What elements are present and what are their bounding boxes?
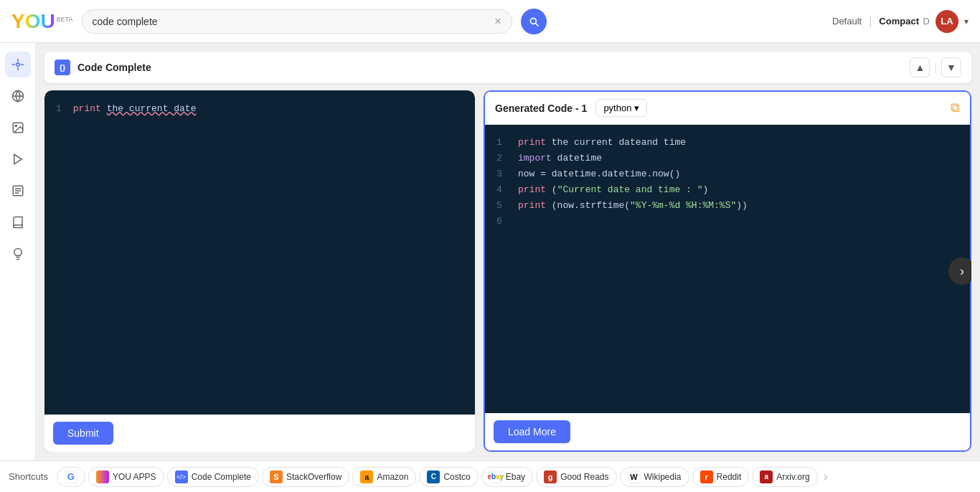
code-line-2: 2 import datetime — [496, 151, 958, 166]
code-line-6: 6 — [496, 214, 958, 230]
shortcut-reddit[interactable]: r Reddit — [692, 467, 750, 487]
panel-title: Generated Code - 1 — [495, 103, 587, 114]
sidebar-item-ideas[interactable] — [5, 241, 31, 267]
svg-point-3 — [15, 125, 17, 126]
sidebar-item-web[interactable] — [5, 83, 31, 109]
header-right: Default | Compact D LA ▾ — [832, 10, 969, 33]
shortcut-wikipedia[interactable]: W Wikipedia — [620, 467, 689, 487]
shortcuts-label: Shortcuts — [9, 471, 48, 482]
sidebar — [0, 43, 36, 460]
stackoverflow-icon: S — [270, 470, 283, 483]
code-output: 1 print the current dateand time 2 impor… — [485, 125, 970, 413]
sidebar-item-home[interactable] — [5, 52, 31, 77]
header-divider: | — [869, 15, 872, 28]
logo-you-text: YOU — [11, 11, 55, 32]
search-icon — [528, 16, 540, 27]
language-select[interactable]: python ▾ — [595, 99, 647, 117]
next-button[interactable]: › — [948, 257, 971, 285]
search-clear-button[interactable]: × — [494, 16, 501, 27]
left-panel: 1 print the current date Submit — [44, 90, 475, 452]
tab-icon: {} — [55, 60, 70, 75]
code-input-content: print the current date — [73, 102, 197, 403]
you-apps-icon — [96, 470, 109, 483]
tab-bar: {} Code Complete ▲ | ▼ — [44, 52, 971, 83]
reddit-icon: r — [700, 470, 713, 483]
shortcuts-bar: Shortcuts G YOU APPS </> Code Complete S… — [0, 460, 980, 492]
avatar-dropdown-icon[interactable]: ▾ — [964, 16, 969, 27]
shortcuts-more-icon[interactable]: › — [824, 469, 828, 484]
amazon-label: Amazon — [377, 472, 408, 482]
sidebar-item-images[interactable] — [5, 115, 31, 141]
copy-icon[interactable]: ⧉ — [951, 100, 960, 115]
shortcut-code-complete[interactable]: </> Code Complete — [167, 467, 259, 487]
submit-button[interactable]: Submit — [53, 422, 113, 445]
wikipedia-label: Wikipedia — [644, 472, 682, 482]
search-input[interactable] — [93, 16, 489, 27]
svg-point-0 — [16, 63, 19, 67]
video-icon — [11, 153, 24, 166]
search-button[interactable] — [521, 9, 547, 34]
code-line-3: 3 now = datetime.datetime.now() — [496, 166, 958, 182]
books-icon — [11, 216, 24, 229]
load-more-button[interactable]: Load More — [494, 420, 570, 443]
good-reads-icon: g — [544, 470, 557, 483]
tab-title: Code Complete — [77, 62, 151, 73]
vote-up-button[interactable]: ▲ — [910, 57, 930, 77]
news-icon — [11, 184, 24, 197]
shortcut-you-apps[interactable]: YOU APPS — [88, 467, 164, 487]
tab-actions: ▲ | ▼ — [910, 57, 961, 77]
shortcut-stackoverflow[interactable]: S StackOverflow — [262, 467, 349, 487]
main-layout: {} Code Complete ▲ | ▼ 1 print the curre… — [0, 43, 980, 460]
code-line-5: 5 print (now.strftime("%Y-%m-%d %H:%M:%S… — [496, 198, 958, 214]
header-default-mode[interactable]: Default — [832, 16, 862, 27]
svg-marker-4 — [14, 154, 22, 164]
image-icon — [11, 121, 24, 134]
wikipedia-icon: W — [628, 470, 641, 483]
ebay-label: Ebay — [506, 472, 525, 482]
google-icon: G — [65, 470, 77, 483]
code-complete-label: Code Complete — [192, 472, 251, 482]
shortcut-ebay[interactable]: ebay Ebay — [481, 467, 533, 487]
sidebar-item-news[interactable] — [5, 178, 31, 204]
code-line-1: 1 print the current dateand time — [496, 135, 958, 151]
code-complete-icon: </> — [175, 470, 188, 483]
good-reads-label: Good Reads — [560, 472, 608, 482]
code-editor[interactable]: 1 print the current date — [44, 90, 475, 415]
right-panel-header: Generated Code - 1 python ▾ ⧉ — [485, 92, 970, 125]
stackoverflow-label: StackOverflow — [286, 472, 341, 482]
line-numbers: 1 — [56, 102, 73, 403]
logo[interactable]: YOU BETA — [11, 11, 73, 32]
left-panel-footer: Submit — [44, 415, 475, 452]
amazon-icon: a — [360, 470, 373, 483]
shortcut-amazon[interactable]: a Amazon — [352, 467, 416, 487]
sidebar-item-video[interactable] — [5, 146, 31, 172]
code-line-4: 4 print ("Current date and time : ") — [496, 182, 958, 198]
avatar[interactable]: LA — [936, 10, 958, 33]
sidebar-item-books[interactable] — [5, 209, 31, 235]
logo-beta-text: BETA — [57, 16, 73, 23]
reddit-label: Reddit — [717, 472, 742, 482]
globe-icon — [11, 90, 24, 103]
shortcut-costco[interactable]: C Costco — [419, 467, 478, 487]
right-panel-footer: Load More — [485, 413, 970, 450]
header: YOU BETA × Default | Compact D LA ▾ — [0, 0, 980, 43]
idea-icon — [11, 247, 24, 260]
arxiv-label: Arxiv.org — [776, 472, 809, 482]
costco-label: Costco — [443, 472, 470, 482]
shortcut-good-reads[interactable]: g Good Reads — [536, 467, 616, 487]
right-panel: Generated Code - 1 python ▾ ⧉ 1 print th… — [484, 90, 971, 452]
home-icon — [11, 58, 24, 71]
costco-icon: C — [427, 470, 440, 483]
shortcut-google[interactable]: G — [57, 467, 85, 487]
vote-down-button[interactable]: ▼ — [941, 57, 961, 77]
you-apps-label: YOU APPS — [113, 472, 156, 482]
search-bar: × — [82, 9, 512, 34]
ebay-icon: ebay — [489, 470, 502, 483]
header-compact-mode[interactable]: Compact D — [879, 16, 930, 27]
shortcut-arxiv[interactable]: a Arxiv.org — [752, 467, 817, 487]
panels-row: 1 print the current date Submit Generate… — [44, 90, 971, 452]
content-area: {} Code Complete ▲ | ▼ 1 print the curre… — [36, 43, 980, 460]
arxiv-icon: a — [760, 470, 773, 483]
